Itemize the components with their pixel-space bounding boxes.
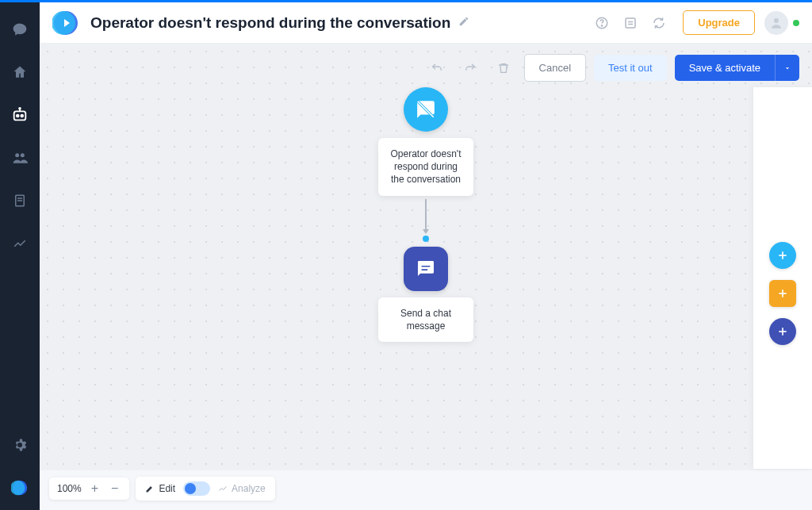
doc-icon (13, 194, 27, 208)
zoom-control: 100% + − (49, 477, 129, 500)
zoom-out-button[interactable]: − (108, 482, 121, 495)
help-icon (595, 16, 609, 30)
zoom-level: 100% (57, 483, 82, 494)
avatar-icon (769, 16, 783, 30)
mode-toggle[interactable] (183, 481, 210, 496)
sidebar (0, 2, 40, 510)
people-icon (12, 150, 28, 166)
svg-point-13 (52, 11, 75, 35)
activity-icon (623, 16, 638, 30)
gear-icon (13, 438, 27, 452)
analytics-icon (218, 484, 228, 493)
chat-off-icon (416, 99, 436, 120)
svg-point-5 (15, 153, 19, 157)
sidebar-item-chat[interactable] (7, 17, 33, 42)
activity-button[interactable] (619, 11, 642, 35)
upgrade-button[interactable]: Upgrade (683, 10, 755, 35)
plus-icon (776, 287, 789, 300)
analyze-mode-label: Analyze (218, 483, 266, 494)
redo-button[interactable] (458, 56, 483, 81)
svg-point-20 (774, 18, 779, 23)
flow-connector (425, 199, 427, 232)
top-accent-bar (0, 0, 812, 2)
svg-rect-0 (14, 111, 26, 120)
trigger-node-icon[interactable] (404, 87, 448, 132)
delete-button[interactable] (491, 56, 516, 81)
help-button[interactable] (590, 11, 614, 35)
edit-mode-label: Edit (145, 483, 175, 494)
svg-point-4 (19, 108, 21, 109)
pencil-icon (458, 16, 469, 27)
orb-icon (11, 479, 29, 497)
flow-connector-dot[interactable] (423, 236, 429, 242)
add-trigger-button[interactable] (769, 242, 796, 269)
flow-container: Operator doesn't respond during the conv… (378, 87, 473, 342)
pencil-icon (145, 484, 155, 493)
sidebar-item-doc[interactable] (7, 188, 33, 213)
zoom-in-button[interactable]: + (88, 482, 102, 495)
sync-button[interactable] (647, 11, 671, 35)
sidebar-item-home[interactable] (7, 59, 33, 85)
svg-rect-17 (626, 18, 635, 28)
redo-icon (464, 62, 477, 75)
add-action-button[interactable] (769, 318, 796, 345)
logo-icon (52, 10, 79, 36)
test-button[interactable]: Test it out (594, 55, 667, 81)
mode-toggle-group: Edit Analyze (136, 477, 274, 500)
sidebar-item-analytics[interactable] (7, 231, 33, 256)
cancel-button[interactable]: Cancel (524, 54, 586, 82)
status-dot (793, 20, 799, 26)
node-palette (753, 87, 812, 469)
chat-icon (12, 21, 28, 37)
trigger-node-card[interactable]: Operator doesn't respond during the conv… (378, 138, 473, 196)
undo-icon (431, 62, 443, 75)
chevron-down-icon (783, 64, 791, 72)
flow-canvas[interactable]: Operator doesn't respond during the conv… (40, 44, 812, 470)
bottom-bar: 100% + − Edit Analyze (49, 477, 275, 500)
save-dropdown-button[interactable] (775, 55, 799, 81)
page-title: Operator doesn't respond during the conv… (90, 14, 450, 32)
analyze-mode-text: Analyze (232, 483, 266, 494)
plus-icon (776, 325, 789, 338)
sidebar-item-bot[interactable] (7, 102, 33, 128)
home-icon (12, 64, 28, 80)
sidebar-item-orb[interactable] (7, 475, 33, 500)
avatar[interactable] (764, 11, 788, 35)
bot-icon (11, 106, 29, 124)
edit-title-button[interactable] (458, 16, 469, 30)
svg-point-16 (602, 25, 603, 25)
plus-icon (776, 249, 789, 262)
logo-badge (52, 10, 79, 36)
svg-point-2 (21, 115, 23, 117)
svg-point-1 (17, 115, 19, 117)
save-activate-button[interactable]: Save & activate (675, 55, 775, 81)
sync-icon (652, 16, 666, 30)
svg-point-6 (21, 153, 25, 157)
sidebar-item-settings[interactable] (7, 432, 33, 458)
action-node-icon[interactable] (404, 247, 448, 291)
action-node-card[interactable]: Send a chat message (378, 297, 473, 342)
edit-mode-text: Edit (159, 483, 175, 494)
header: Operator doesn't respond during the conv… (40, 2, 812, 44)
canvas-toolbar: Cancel Test it out Save & activate (424, 54, 799, 82)
analytics-icon (13, 236, 27, 251)
add-condition-button[interactable] (769, 280, 796, 307)
trash-icon (497, 62, 510, 75)
undo-button[interactable] (424, 56, 450, 81)
save-button-group: Save & activate (675, 55, 799, 81)
sidebar-item-people[interactable] (7, 145, 33, 171)
chat-message-icon (416, 259, 436, 279)
toggle-knob (185, 483, 196, 494)
